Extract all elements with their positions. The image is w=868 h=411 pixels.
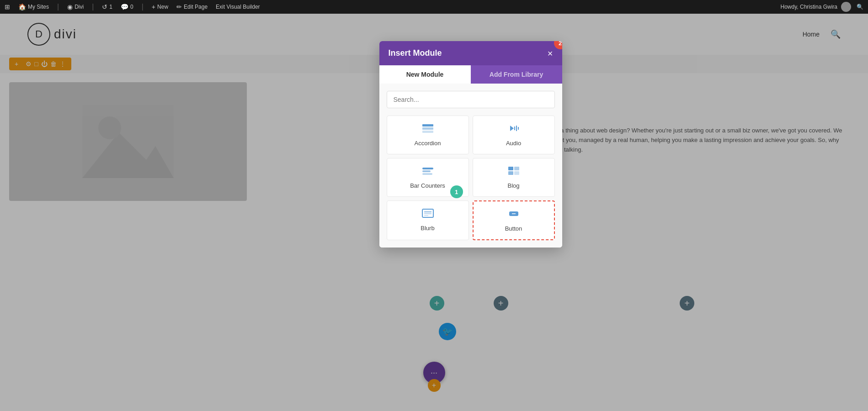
svg-marker-6: [510, 126, 514, 131]
bar-counters-label: Bar Counters: [410, 182, 445, 189]
comments-icon: 💬: [121, 3, 128, 11]
divi-icon: ◉: [67, 3, 73, 11]
comments-count[interactable]: 💬 0: [121, 3, 133, 11]
modal-overlay: Insert Module × New Module Add From Libr…: [0, 14, 868, 411]
admin-search[interactable]: 🔍: [857, 4, 863, 10]
tab-new-module[interactable]: New Module: [379, 65, 471, 84]
divi-menu[interactable]: ◉ Divi: [67, 3, 84, 11]
insert-module-modal: Insert Module × New Module Add From Libr…: [379, 41, 562, 248]
module-accordion[interactable]: Accordion: [387, 116, 469, 154]
modal-tabs: New Module Add From Library: [379, 65, 562, 84]
accordion-label: Accordion: [415, 140, 441, 147]
search-icon: 🔍: [857, 4, 863, 10]
audio-label: Audio: [506, 140, 521, 147]
button-label: Button: [505, 225, 522, 232]
badge-1: 1: [450, 185, 463, 198]
module-blog[interactable]: Blog: [473, 158, 555, 197]
svg-rect-3: [422, 124, 433, 126]
user-greeting[interactable]: Howdy, Christina Gwira: [781, 2, 851, 12]
blurb-icon: [421, 208, 434, 221]
svg-rect-14: [514, 167, 519, 170]
bar-counters-icon: [421, 166, 434, 179]
blog-label: Blog: [507, 182, 519, 189]
modal-close-button[interactable]: ×: [548, 49, 553, 58]
svg-rect-10: [422, 168, 433, 169]
modules-scroll-area: Accordion Audio: [387, 116, 555, 240]
modal-body: Accordion Audio: [379, 84, 562, 248]
my-sites[interactable]: 🏠 My Sites: [18, 3, 49, 11]
svg-rect-11: [422, 170, 431, 172]
updates-count[interactable]: ↺ 1: [102, 3, 112, 11]
svg-rect-13: [508, 167, 513, 170]
module-audio[interactable]: Audio: [473, 116, 555, 154]
modal-title: Insert Module: [389, 48, 442, 58]
modules-grid: Accordion Audio: [387, 116, 555, 240]
edit-icon: ✏: [176, 3, 182, 11]
edit-page[interactable]: ✏ Edit Page: [176, 3, 208, 11]
accordion-icon: [421, 123, 434, 136]
svg-rect-15: [508, 171, 513, 175]
home-icon: 🏠: [18, 3, 26, 11]
svg-rect-4: [422, 127, 433, 130]
modal-header: Insert Module ×: [379, 41, 562, 65]
admin-bar-right: Howdy, Christina Gwira 🔍: [781, 2, 863, 12]
wordpress-icon: ⊞: [5, 3, 10, 11]
tab-add-from-library[interactable]: Add From Library: [471, 65, 562, 84]
plus-icon: +: [152, 3, 155, 11]
new-content[interactable]: + New: [152, 3, 168, 11]
admin-bar: ⊞ 🏠 My Sites | ◉ Divi | ↺ 1 💬 0 | + New …: [0, 0, 868, 14]
user-avatar: [841, 2, 851, 12]
module-search-input[interactable]: [387, 91, 555, 108]
updates-icon: ↺: [102, 3, 107, 11]
exit-visual-builder[interactable]: Exit Visual Builder: [216, 4, 260, 10]
svg-rect-5: [422, 131, 433, 133]
module-blurb[interactable]: Blurb: [387, 200, 469, 240]
svg-rect-12: [422, 173, 432, 175]
wordpress-logo[interactable]: ⊞: [5, 3, 10, 11]
audio-icon: [507, 123, 520, 136]
module-button[interactable]: Button 2: [473, 200, 555, 240]
button-icon: [507, 209, 520, 221]
svg-rect-17: [422, 209, 433, 217]
blog-icon: [507, 166, 520, 179]
svg-rect-16: [514, 171, 519, 175]
blurb-label: Blurb: [421, 225, 434, 232]
